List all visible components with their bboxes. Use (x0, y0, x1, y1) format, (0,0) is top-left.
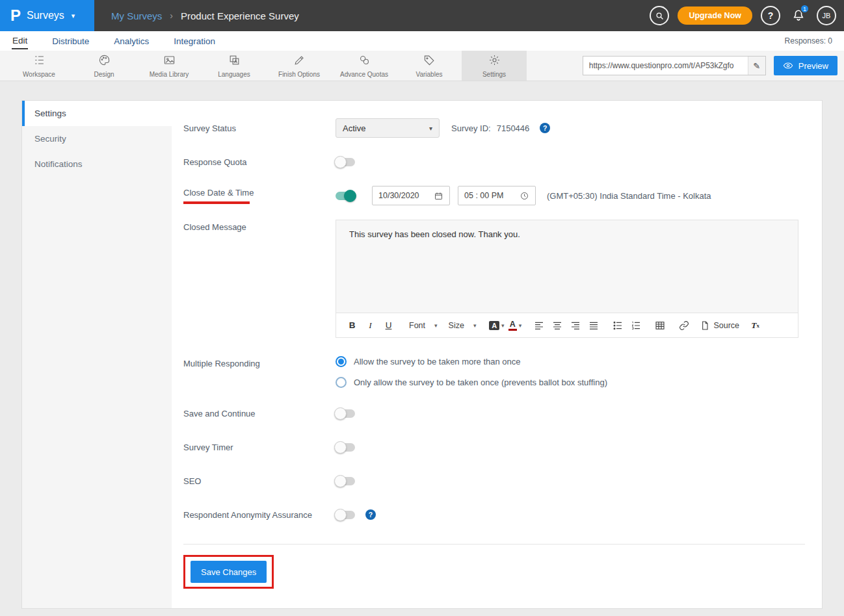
remove-format-sub: x (756, 322, 759, 329)
survey-timer-toggle[interactable] (336, 443, 355, 452)
response-quota-toggle[interactable] (336, 158, 355, 166)
text-color-button[interactable]: A▾ (507, 317, 523, 333)
sidebar-item-label: Notifications (34, 159, 83, 169)
anonymity-label: Respondent Anonymity Assurance (183, 510, 336, 520)
align-right-icon (570, 320, 581, 331)
insert-link-button[interactable] (676, 317, 692, 333)
align-center-button[interactable] (549, 317, 565, 333)
finish-options-icon (293, 54, 306, 69)
closed-message-textarea[interactable]: This survey has been closed now. Thank y… (336, 220, 798, 313)
numbered-list-icon (631, 320, 641, 331)
align-left-button[interactable] (531, 317, 547, 333)
question-icon: ? (768, 10, 774, 21)
survey-id-help-icon[interactable]: ? (540, 123, 550, 133)
toolbar-item-label: Finish Options (278, 71, 320, 78)
link-icon (679, 320, 689, 331)
row-save-and-continue: Save and Continue (183, 404, 805, 423)
font-select[interactable]: Font▾ (404, 317, 442, 333)
toolbar-item-advance-quotas[interactable]: Advance Quotas (332, 51, 397, 81)
survey-url-input[interactable] (583, 61, 748, 70)
product-switcher[interactable]: P Surveys ▾ (0, 0, 94, 31)
media-library-icon (163, 54, 176, 69)
anonymity-help-icon[interactable]: ? (365, 509, 376, 520)
row-survey-timer: Survey Timer (183, 437, 805, 457)
tab-analytics[interactable]: Analytics (113, 34, 150, 49)
notification-badge: 1 (800, 4, 810, 14)
survey-status-select[interactable]: Active ▾ (336, 118, 440, 138)
row-closed-message: Closed Message This survey has been clos… (183, 220, 805, 338)
chevron-down-icon: ▾ (501, 322, 505, 329)
align-justify-button[interactable] (585, 317, 601, 333)
toolbar-item-workspace[interactable]: Workspace (7, 51, 72, 81)
preview-button[interactable]: Preview (774, 56, 837, 75)
align-right-button[interactable] (567, 317, 583, 333)
close-time-input[interactable] (464, 191, 514, 200)
settings-card: Settings Security Notifications Survey S… (21, 100, 823, 609)
top-bar: P Surveys ▾ My Surveys › Product Experie… (0, 0, 844, 31)
survey-status-label: Survey Status (183, 123, 336, 133)
topbar-actions: Upgrade Now ? 1 JB (650, 6, 844, 25)
survey-id-label: Survey ID: (451, 123, 491, 133)
form-divider (183, 544, 805, 545)
row-anonymity: Respondent Anonymity Assurance ? (183, 505, 805, 524)
close-date-input[interactable] (378, 191, 428, 200)
save-and-continue-toggle[interactable] (336, 409, 355, 418)
response-quota-label: Response Quota (183, 157, 336, 167)
upgrade-now-button[interactable]: Upgrade Now (678, 6, 752, 25)
chevron-down-icon: ▾ (473, 322, 477, 329)
align-justify-icon (588, 320, 599, 331)
breadcrumb: My Surveys › Product Experience Survey (111, 10, 299, 21)
settings-form: Survey Status Active ▾ Survey ID: 715044… (172, 101, 822, 608)
save-changes-button[interactable]: Save Changes (191, 561, 267, 583)
annotation-red-underline: Close Date & Time (183, 188, 336, 204)
help-button[interactable]: ? (761, 6, 780, 25)
seo-toggle[interactable] (336, 477, 355, 485)
toggle-knob (334, 509, 347, 521)
closed-message-editor: This survey has been closed now. Thank y… (336, 220, 798, 338)
bullet-list-button[interactable] (609, 317, 626, 333)
toolbar-item-languages[interactable]: Languages (202, 51, 267, 81)
underline-button[interactable]: U (380, 317, 397, 333)
close-date-time-toggle[interactable] (336, 192, 355, 200)
notifications-button[interactable]: 1 (789, 6, 808, 25)
toggle-knob (334, 441, 347, 454)
toolbar-right: ✎ Preview (583, 51, 844, 81)
breadcrumb-my-surveys[interactable]: My Surveys (111, 10, 162, 21)
toolbar-item-media-library[interactable]: Media Library (137, 51, 202, 81)
toggle-knob (344, 190, 356, 202)
italic-button[interactable]: I (362, 317, 378, 333)
closed-message-label: Closed Message (183, 220, 336, 232)
bold-button[interactable]: B (344, 317, 360, 333)
row-seo: SEO (183, 471, 805, 491)
edit-url-button[interactable]: ✎ (748, 57, 765, 75)
tab-distribute[interactable]: Distribute (51, 34, 90, 49)
avatar[interactable]: JB (817, 6, 836, 25)
toolbar-item-finish-options[interactable]: Finish Options (267, 51, 332, 81)
radio-icon (336, 356, 347, 367)
background-color-button[interactable]: A▾ (488, 317, 505, 333)
remove-format-button[interactable]: Tx (747, 317, 763, 333)
radio-allow-multiple[interactable]: Allow the survey to be taken more than o… (336, 356, 607, 367)
chevron-down-icon: ▾ (434, 322, 438, 329)
source-button[interactable]: Source (700, 317, 739, 333)
radio-label: Only allow the survey to be taken once (… (354, 378, 607, 387)
radio-allow-once[interactable]: Only allow the survey to be taken once (… (336, 377, 607, 388)
toolbar-item-label: Variables (416, 71, 443, 78)
pencil-icon: ✎ (753, 61, 760, 71)
toolbar-item-settings[interactable]: Settings (462, 51, 527, 81)
table-icon (655, 320, 665, 331)
sidebar-item-settings[interactable]: Settings (22, 101, 172, 126)
tab-edit[interactable]: Edit (12, 33, 28, 49)
insert-table-button[interactable] (652, 317, 668, 333)
toolbar-item-design[interactable]: Design (72, 51, 137, 81)
survey-url-box: ✎ (583, 56, 766, 75)
toolbar-item-label: Media Library (150, 71, 189, 78)
tab-integration[interactable]: Integration (173, 34, 216, 49)
numbered-list-button[interactable] (627, 317, 644, 333)
size-select[interactable]: Size▾ (444, 317, 481, 333)
anonymity-toggle[interactable] (336, 511, 355, 519)
sidebar-item-notifications[interactable]: Notifications (22, 151, 172, 177)
search-button[interactable] (650, 6, 669, 25)
sidebar-item-security[interactable]: Security (22, 126, 172, 151)
toolbar-item-variables[interactable]: Variables (397, 51, 462, 81)
